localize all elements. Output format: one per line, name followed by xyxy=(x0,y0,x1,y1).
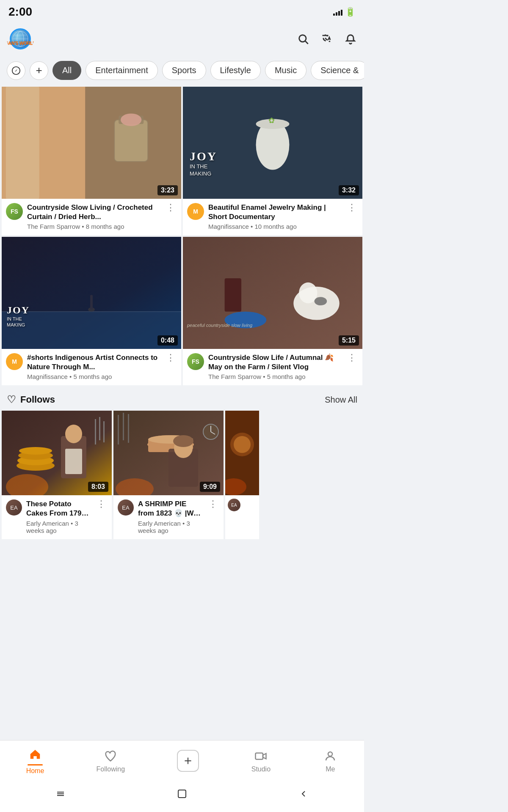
nav-studio[interactable]: Studio xyxy=(251,749,271,773)
heart-nav-icon xyxy=(104,750,117,763)
svg-rect-58 xyxy=(118,415,119,444)
nav-add[interactable] xyxy=(177,750,199,772)
logo-text: GAN'S WORLD xyxy=(7,41,34,46)
signal-icon xyxy=(333,8,342,16)
more-button-v2[interactable]: ⋮ xyxy=(345,202,358,213)
video-info-v1: Countryside Slow Living / Crocheted Curt… xyxy=(27,203,160,230)
back-chevron-icon xyxy=(298,789,309,799)
follow-channel-f2: Early American • 3 weeks ago xyxy=(138,520,202,534)
tab-entertainment[interactable]: Entertainment xyxy=(86,61,158,80)
avatar-v3: M xyxy=(6,353,23,370)
avatar-f1: EA xyxy=(6,499,22,516)
video-meta-v3: M #shorts Indigenous Artist Connects to … xyxy=(2,349,181,385)
tab-lifestyle[interactable]: Lifestyle xyxy=(210,61,261,80)
follow-info-f2: A SHRIMP PIE from 1823 💀 |Was it any goo… xyxy=(138,499,202,534)
explore-icon xyxy=(11,66,21,75)
follow-meta-f2: EA A SHRIMP PIE from 1823 💀 |Was it any … xyxy=(113,495,224,539)
back-button[interactable] xyxy=(298,789,309,801)
following-icon xyxy=(103,749,118,764)
battery-icon: 🔋 xyxy=(345,7,356,17)
channel-name-v1: The Farm Sparrow xyxy=(27,223,80,230)
nav-following[interactable]: Following xyxy=(97,749,125,773)
svg-rect-59 xyxy=(123,413,124,440)
svg-rect-60 xyxy=(128,414,129,443)
follow-info-f1: These Potato Cakes From 1796 Aren't What… xyxy=(26,499,91,534)
separator-v1: • xyxy=(82,223,86,230)
add-tab[interactable]: + xyxy=(30,61,48,80)
duration-v3: 0:48 xyxy=(157,335,178,346)
thumb-image-v1: countryside xyxy=(2,87,181,199)
logo: GAN'S WORLD xyxy=(7,25,34,52)
more-button-v1[interactable]: ⋮ xyxy=(164,202,177,213)
duration-f1: 8:03 xyxy=(88,482,108,492)
svg-marker-9 xyxy=(14,69,17,72)
tab-all[interactable]: All xyxy=(52,61,81,80)
notifications-button[interactable] xyxy=(344,32,357,46)
tab-music[interactable]: Music xyxy=(265,61,306,80)
follow-card-f3[interactable]: EA xyxy=(225,411,259,539)
video-title-v1: Countryside Slow Living / Crocheted Curt… xyxy=(27,203,160,222)
follow-meta-f1: EA These Potato Cakes From 1796 Aren't W… xyxy=(2,495,112,539)
video-title-v4: Countryside Slow Life / Autumnal 🍂 May o… xyxy=(208,353,341,372)
follow-channel-f1: Early American • 3 weeks ago xyxy=(26,520,91,534)
recent-icon xyxy=(55,789,66,799)
video-age-v1: 8 months ago xyxy=(86,223,124,230)
plus-icon xyxy=(182,755,193,766)
status-time: 2:00 xyxy=(8,5,32,19)
video-icon xyxy=(254,750,267,763)
video-card-v3[interactable]: JOY IN THEMAKING 0:48 M #shorts Indigeno… xyxy=(2,237,181,385)
translate-icon xyxy=(321,33,333,45)
svg-rect-13 xyxy=(6,87,39,199)
more-button-f1[interactable]: ⋮ xyxy=(95,499,108,510)
following-label: Following xyxy=(97,765,125,773)
channel-name-f1: Early American xyxy=(26,520,69,527)
video-title-v3: #shorts Indigenous Artist Connects to Na… xyxy=(27,353,160,372)
video-age-v2: 10 months ago xyxy=(254,223,296,230)
video-age-v4: 5 months ago xyxy=(267,373,306,380)
follows-title: ♡ Follows xyxy=(7,394,55,406)
svg-rect-36 xyxy=(225,278,241,312)
avatar-v4: FS xyxy=(187,353,204,370)
bottom-spacer xyxy=(0,541,364,617)
show-all-button[interactable]: Show All xyxy=(325,395,357,405)
thumb-image-v3 xyxy=(2,237,181,349)
video-info-v2: Beautiful Enamel Jewelry Making | Short … xyxy=(208,203,341,230)
svg-rect-47 xyxy=(99,417,100,440)
follow-thumb-f3 xyxy=(225,411,259,495)
avatar-v2: M xyxy=(187,203,204,220)
video-thumb-v1: countryside 3:23 xyxy=(2,87,181,199)
follow-image-f3 xyxy=(225,411,259,495)
video-grid: countryside 3:23 FS Countryside Slow Liv… xyxy=(0,85,364,387)
more-button-v3[interactable]: ⋮ xyxy=(164,352,177,363)
follows-row: 8:03 EA These Potato Cakes From 1796 Are… xyxy=(0,411,364,540)
video-channel-v4: The Farm Sparrow • 5 months ago xyxy=(208,373,341,380)
tab-science[interactable]: Science & xyxy=(311,61,364,80)
home-system-button[interactable] xyxy=(177,789,187,801)
add-button[interactable] xyxy=(177,750,199,772)
translate-button[interactable] xyxy=(320,32,334,46)
video-card-v1[interactable]: countryside 3:23 FS Countryside Slow Liv… xyxy=(2,87,181,235)
follows-section-header: ♡ Follows Show All xyxy=(0,387,364,411)
search-button[interactable] xyxy=(296,32,310,46)
recent-apps-button[interactable] xyxy=(55,789,66,801)
follow-card-f2[interactable]: 9:09 EA A SHRIMP PIE from 1823 💀 |Was it… xyxy=(113,411,224,539)
video-card-v2[interactable]: ✿ JOY IN THE MAKING JOY IN THEMAKING 3:3… xyxy=(183,87,362,235)
channel-name-v2: Magnifissance xyxy=(208,223,249,230)
bell-icon xyxy=(345,33,356,45)
more-button-f2[interactable]: ⋮ xyxy=(207,499,219,510)
nav-me[interactable]: Me xyxy=(323,749,338,773)
explore-tab[interactable] xyxy=(7,61,25,80)
person-icon xyxy=(324,750,337,763)
header: GAN'S WORLD xyxy=(0,22,364,58)
more-button-v4[interactable]: ⋮ xyxy=(345,352,358,363)
svg-rect-31 xyxy=(183,237,362,349)
follow-thumb-f2: 9:09 xyxy=(113,411,224,495)
nav-home[interactable]: Home xyxy=(26,746,44,775)
video-card-v4[interactable]: peaceful countryside slow living 5:15 FS… xyxy=(183,237,362,385)
svg-point-33 xyxy=(299,283,317,303)
tab-sports[interactable]: Sports xyxy=(162,61,206,80)
studio-label: Studio xyxy=(251,765,271,773)
follow-card-f1[interactable]: 8:03 EA These Potato Cakes From 1796 Are… xyxy=(2,411,112,539)
svg-point-5 xyxy=(299,35,306,42)
svg-point-16 xyxy=(121,113,141,126)
